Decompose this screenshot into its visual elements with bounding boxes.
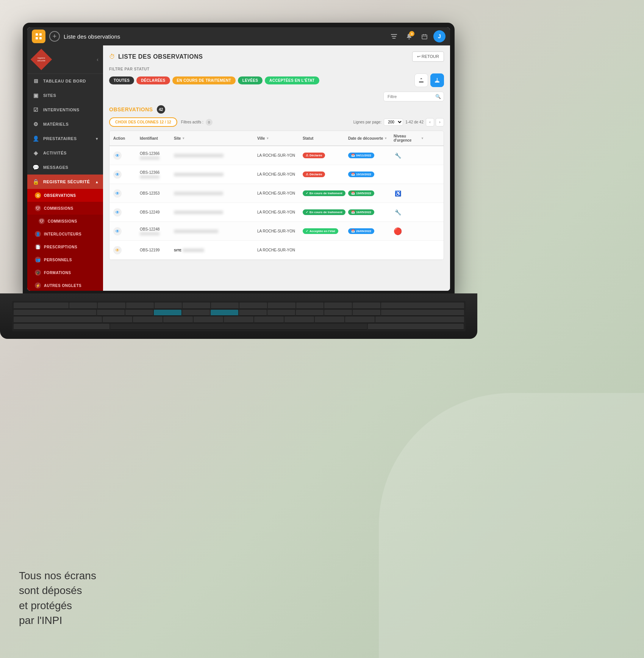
- table-row: 👁 OBS-12249 SITE ██████████ | SITE-██ LA…: [109, 203, 444, 222]
- sub-nav-label: INTERLOCUTEURS: [44, 232, 81, 236]
- sub-nav-item-prescriptions[interactable]: 📄 PRESCRIPTIONS: [27, 240, 103, 253]
- key: [183, 302, 210, 309]
- identifiant-value: OBS-12249: [140, 210, 159, 214]
- sidebar-item-materiels[interactable]: ⚙ MATÉRIELS: [27, 117, 103, 131]
- prev-page-button[interactable]: ‹: [426, 118, 434, 126]
- page-title-section: ⏱ LISTE DES OBSERVATIONS: [109, 53, 203, 60]
- key: [97, 310, 125, 316]
- svg-rect-3: [39, 37, 42, 39]
- cell-ville: LA ROCHE-SUR-YON: [257, 229, 303, 233]
- sidebar-item-tableau-de-bord[interactable]: ⊞ TABLEAU DE BORD: [27, 74, 103, 88]
- sub-nav-item-observations[interactable]: ⊙ OBSERVATIONS: [27, 189, 103, 202]
- sub-navigation: ⊙ OBSERVATIONS 🛡 COMMISSIONS 🛡 COMMISSIO…: [27, 189, 103, 291]
- checkmark-icon: ✓: [306, 229, 308, 233]
- retour-button[interactable]: ↩ RETOUR: [412, 51, 444, 62]
- filter-en-cours-button[interactable]: EN COURS DE TRAITEMENT: [172, 76, 236, 84]
- filter-button[interactable]: [388, 30, 400, 42]
- user-avatar[interactable]: J: [433, 30, 445, 42]
- home-button[interactable]: [32, 30, 45, 43]
- sidebar-item-label: MATÉRIELS: [43, 122, 69, 126]
- cell-site: SITE ████████ | SITE-██: [174, 229, 257, 233]
- status-text: En cours de traitement: [309, 210, 342, 214]
- sub-nav-item-personnels[interactable]: 👥 PERSONNELS: [27, 253, 103, 266]
- chevron-down-icon: ▾: [96, 137, 98, 141]
- date-value: 04/11/2022: [356, 154, 371, 157]
- header-site[interactable]: Site ▼: [174, 134, 257, 142]
- key: [103, 317, 132, 323]
- key: [267, 310, 295, 316]
- notification-button[interactable]: 3: [403, 30, 415, 42]
- view-button[interactable]: 👁: [113, 227, 122, 235]
- calendar-icon: 📅: [351, 173, 355, 176]
- key: [239, 310, 267, 316]
- calendar-button[interactable]: [418, 30, 430, 42]
- key: [368, 324, 464, 330]
- header-title: Liste des observations: [64, 33, 384, 40]
- key: [324, 302, 352, 309]
- key: [315, 317, 344, 323]
- cell-action: 👁: [113, 170, 140, 179]
- laptop-keyboard: [0, 293, 477, 339]
- sidebar-item-label: INTERVENTIONS: [43, 108, 80, 112]
- plus-icon: +: [53, 33, 57, 41]
- filter-declarees-button[interactable]: DÉCLARÉES: [136, 76, 170, 84]
- cell-date: 📅 04/11/2022: [348, 153, 394, 158]
- filter-acceptees-button[interactable]: ACCEPTÉES EN L'ÉTAT: [265, 76, 319, 84]
- key: [211, 302, 239, 309]
- cell-identifiant: OBS-12366 ████████: [140, 151, 174, 160]
- header-niveau-urgence[interactable]: Niveau d'urgence ▼: [394, 134, 424, 142]
- message-icon: 💬: [33, 164, 39, 171]
- filtres-count: 0: [206, 119, 213, 126]
- view-button[interactable]: 👁: [113, 170, 122, 179]
- cell-action: 👁: [113, 189, 140, 198]
- main-content: ⏱ LISTE DES OBSERVATIONS ↩ RETOUR FILTRE…: [103, 45, 450, 291]
- next-page-button[interactable]: ›: [436, 118, 444, 126]
- sub-nav-item-formations[interactable]: 🎓 FORMATIONS: [27, 266, 103, 279]
- sidebar-item-activites[interactable]: ◈ ACTIVITÉS: [27, 146, 103, 160]
- svg-rect-13: [435, 81, 439, 83]
- sub-nav-item-commissions-2[interactable]: 🛡 COMMISSIONS: [27, 215, 103, 228]
- group-icon: 👥: [35, 257, 41, 263]
- search-row: 🔍: [109, 92, 444, 101]
- header-ville[interactable]: Ville ▼: [257, 134, 303, 142]
- header-site-label: Site: [174, 136, 181, 140]
- sidebar-item-prestataires[interactable]: 👤 PRESTATAIRES ▾: [27, 131, 103, 146]
- add-button[interactable]: +: [49, 31, 60, 42]
- view-button[interactable]: 👁: [113, 189, 122, 198]
- key: [353, 302, 380, 309]
- sub-nav-item-autres[interactable]: ⚡ AUTRES ONGLETS: [27, 279, 103, 291]
- view-button[interactable]: 👁: [113, 208, 122, 217]
- bottom-text-line1: Tous nos écrans: [19, 568, 96, 583]
- sub-nav-item-commissions-1[interactable]: 🛡 COMMISSIONS: [27, 202, 103, 215]
- identifiant-value: OBS-12248: [140, 227, 159, 231]
- sidebar-collapse-button[interactable]: ‹: [97, 56, 98, 62]
- key: [194, 317, 223, 323]
- logo-text: registresécurité: [37, 57, 45, 62]
- svg-rect-1: [39, 33, 42, 36]
- alert-red-icon: 🔴: [394, 227, 402, 235]
- header-urgence-label: Niveau d'urgence: [394, 134, 420, 142]
- cell-statut: ✓ Acceptée en l'état: [303, 228, 348, 234]
- filter-toutes-button[interactable]: TOUTES: [109, 76, 134, 84]
- sidebar-item-registre-securite[interactable]: 🔒 REGISTRE SÉCURITÉ ▴: [27, 175, 103, 189]
- view-button[interactable]: 👁: [113, 246, 122, 254]
- header-date-decouverte[interactable]: Date de découverte ▼: [348, 134, 394, 142]
- filter-section-label: FILTRE PAR STATUT: [109, 67, 444, 71]
- identifiant-value: OBS-12366: [140, 170, 159, 175]
- filter-levees-button[interactable]: LEVÉES: [238, 76, 263, 84]
- sidebar-navigation: ⊞ TABLEAU DE BORD ▣ SITES ☑ INTERVENTION…: [27, 74, 103, 291]
- columns-button[interactable]: CHOIX DES COLONNES 12 / 12: [109, 117, 177, 127]
- search-input[interactable]: [383, 92, 444, 101]
- lock-icon: 🔒: [33, 178, 39, 185]
- sidebar-item-interventions[interactable]: ☑ INTERVENTIONS: [27, 103, 103, 117]
- sidebar-item-messages[interactable]: 💬 MESSAGES: [27, 160, 103, 175]
- per-page-select[interactable]: 200 100 50: [384, 119, 403, 126]
- chevron-up-icon: ▴: [96, 180, 98, 184]
- pagination-nav: ‹ ›: [426, 118, 444, 126]
- sub-nav-item-interlocuteurs[interactable]: 👤 INTERLOCUTEURS: [27, 228, 103, 240]
- export-upload-button[interactable]: [414, 73, 428, 87]
- sidebar-item-label: SITES: [43, 93, 56, 98]
- export-download-button[interactable]: [430, 73, 444, 87]
- view-button[interactable]: 👁: [113, 151, 122, 160]
- sidebar-item-sites[interactable]: ▣ SITES: [27, 88, 103, 103]
